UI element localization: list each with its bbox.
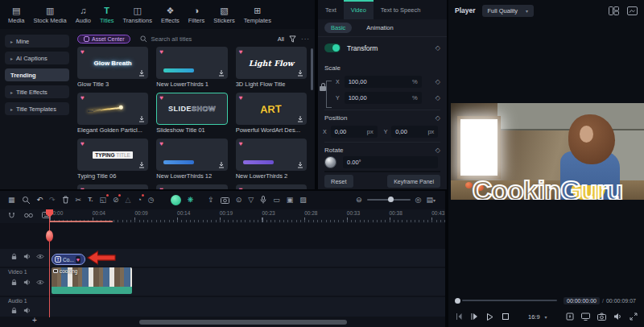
- asset-center-button[interactable]: Asset Center: [77, 35, 130, 43]
- split-scissors-icon[interactable]: ✂: [76, 195, 82, 205]
- title-item-glow[interactable]: ♥ Glow Breath Glow Title 3: [77, 47, 148, 91]
- keyframe-diamond-icon[interactable]: ◇: [436, 44, 440, 52]
- keyframe-panel-button[interactable]: Keyframe Panel: [387, 175, 440, 188]
- hide-eye-icon[interactable]: [36, 254, 44, 259]
- keyframe-diamond-icon[interactable]: ◇: [436, 114, 440, 122]
- title-item-wordart[interactable]: ♥ ART Powerful WordArt Des...: [236, 93, 307, 137]
- playhead-line[interactable]: [49, 210, 50, 317]
- favorite-icon[interactable]: ♥: [159, 95, 163, 101]
- scale-x-input[interactable]: 100,00%: [345, 76, 422, 88]
- record-icon[interactable]: ⊙: [236, 195, 242, 205]
- lock-icon[interactable]: [10, 253, 18, 260]
- favorite-icon[interactable]: ♥: [239, 95, 243, 101]
- mask-icon[interactable]: △: [125, 195, 130, 205]
- screen-record-icon[interactable]: ▣: [287, 195, 294, 205]
- crop-icon[interactable]: ◱: [99, 195, 106, 205]
- shield-icon[interactable]: ▽: [248, 195, 254, 205]
- tab-text[interactable]: Text: [318, 0, 344, 19]
- title-item-lowerthirds12[interactable]: ♥ New LowerThirds 12: [156, 139, 227, 183]
- tab-effects[interactable]: ❖Effects: [161, 6, 180, 24]
- keyframe-diamond-icon[interactable]: ◇: [436, 94, 440, 101]
- transform-toggle[interactable]: [324, 43, 341, 52]
- video-clip[interactable]: cooking: [52, 267, 132, 294]
- fit-timeline-icon[interactable]: ◎: [415, 195, 422, 205]
- mirror-display-icon[interactable]: [581, 313, 590, 321]
- keyframe-diamond-icon[interactable]: ◇: [436, 78, 440, 85]
- title-item-typing[interactable]: ♥ TYPING TITLE Typing Title 06: [77, 139, 148, 183]
- favorite-icon[interactable]: ♥: [239, 187, 243, 189]
- more-menu-button[interactable]: ···: [301, 35, 310, 43]
- aspect-ratio-dropdown[interactable]: 16:9 ▾: [528, 313, 547, 321]
- previous-frame-icon[interactable]: [455, 313, 463, 321]
- tab-titles[interactable]: TTitles: [100, 6, 114, 24]
- speed-icon[interactable]: ◔: [137, 195, 141, 205]
- panel-icon[interactable]: ▭: [273, 195, 280, 205]
- snapshot-camera-icon[interactable]: [597, 313, 606, 321]
- filter-funnel-icon[interactable]: [289, 35, 296, 43]
- title-item-lowerthirds1[interactable]: ♥ New LowerThirds 1: [156, 47, 227, 91]
- subtab-animation[interactable]: Animation: [360, 23, 399, 33]
- sidebar-item-ai-captions[interactable]: ▸AI Captions: [5, 52, 69, 64]
- video-preview[interactable]: CookinGuru: [451, 103, 644, 200]
- title-item-lightflow[interactable]: ♥ Light Flow 3D Light Flow Title: [236, 47, 307, 91]
- favorite-icon[interactable]: ♥: [80, 95, 85, 101]
- download-icon[interactable]: [297, 162, 303, 168]
- download-icon[interactable]: [297, 70, 303, 77]
- download-icon[interactable]: [218, 70, 225, 77]
- play-icon[interactable]: [485, 313, 494, 321]
- add-track-button[interactable]: +: [32, 316, 37, 325]
- lock-icon[interactable]: [10, 279, 18, 286]
- filter-all-button[interactable]: All: [278, 35, 284, 43]
- download-icon[interactable]: [138, 116, 145, 122]
- keyframe-diamond-icon[interactable]: ◇: [436, 147, 440, 154]
- title-item-lowerthirds2[interactable]: ♥ New LowerThirds 2: [236, 139, 307, 183]
- favorite-icon[interactable]: ♥: [239, 141, 243, 147]
- voiceover-mic-icon[interactable]: [260, 196, 266, 204]
- sidebar-item-title-effects[interactable]: ▸Title Effects: [5, 85, 69, 98]
- scrubber-track[interactable]: [462, 300, 557, 301]
- title-item-partial[interactable]: ♥: [236, 184, 307, 189]
- camera-icon[interactable]: [221, 196, 229, 204]
- favorite-icon[interactable]: ♥: [159, 187, 163, 189]
- favorite-icon[interactable]: ♥: [159, 141, 163, 147]
- split-screen-icon[interactable]: [609, 6, 619, 15]
- scale-y-input[interactable]: 100,00%: [345, 92, 422, 104]
- track-manager-icon[interactable]: ▤▾: [426, 195, 436, 205]
- reset-button[interactable]: Reset: [324, 175, 353, 188]
- tab-text-to-speech[interactable]: Text to Speech: [374, 0, 428, 19]
- lock-icon[interactable]: [10, 307, 18, 314]
- ai-portrait-icon[interactable]: [171, 195, 181, 205]
- adjust-panel-icon[interactable]: [627, 6, 638, 15]
- download-icon[interactable]: [138, 70, 145, 77]
- delete-icon[interactable]: [62, 196, 69, 204]
- horizontal-scrollbar[interactable]: [139, 320, 347, 325]
- mute-icon[interactable]: [23, 279, 31, 286]
- tab-templates[interactable]: ⊞Templates: [244, 6, 271, 24]
- favorite-icon[interactable]: ♥: [80, 49, 85, 56]
- lock-icon[interactable]: [320, 86, 326, 91]
- download-icon[interactable]: [297, 116, 303, 122]
- select-zoom-icon[interactable]: [22, 196, 31, 205]
- timer-icon[interactable]: ◷: [148, 195, 155, 205]
- title-item-slideshow[interactable]: ♥ SLIDESHOW Slideshow Title 01: [156, 93, 227, 137]
- title-overlay-text[interactable]: CookinGuru: [451, 175, 644, 200]
- mute-icon[interactable]: [23, 307, 31, 314]
- title-item-partial[interactable]: ♥: [156, 184, 227, 189]
- tab-video[interactable]: Video: [344, 0, 374, 19]
- download-icon[interactable]: [138, 162, 145, 168]
- tab-media[interactable]: ▤Media: [8, 6, 24, 24]
- favorite-icon[interactable]: ♥: [80, 187, 85, 189]
- audio-track-lane[interactable]: [0, 297, 445, 317]
- sidebar-item-mine[interactable]: ▸Mine: [5, 35, 69, 48]
- text-tool-icon[interactable]: T.: [88, 195, 93, 205]
- text-clip[interactable]: T Co... ♥: [52, 254, 85, 265]
- rotate-input[interactable]: 0.00°: [343, 156, 438, 168]
- favorite-icon[interactable]: ♥: [159, 49, 163, 56]
- stop-icon[interactable]: [502, 313, 510, 321]
- tab-stock-media[interactable]: ▥Stock Media: [33, 6, 66, 24]
- preview-glasses-icon[interactable]: [24, 212, 33, 218]
- tab-filters[interactable]: ◑Filters: [188, 6, 204, 24]
- sidebar-item-trending[interactable]: Trending: [5, 68, 69, 81]
- favorite-icon[interactable]: ♥: [239, 49, 243, 56]
- sidebar-item-title-templates[interactable]: ▸Title Templates: [5, 102, 69, 115]
